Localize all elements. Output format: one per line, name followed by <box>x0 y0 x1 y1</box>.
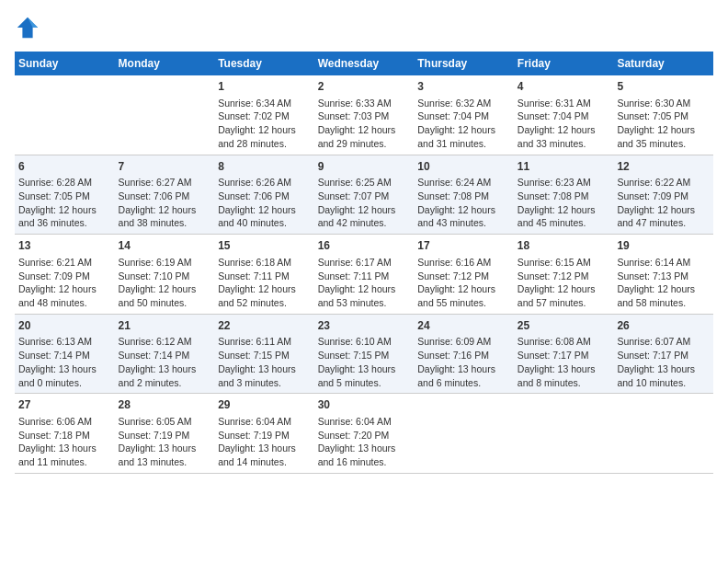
day-number: 15 <box>218 238 311 254</box>
day-number: 9 <box>318 159 411 175</box>
day-info: Sunrise: 6:17 AM Sunset: 7:11 PM Dayligh… <box>318 256 411 310</box>
calendar-day-cell: 17Sunrise: 6:16 AM Sunset: 7:12 PM Dayli… <box>414 235 514 315</box>
day-number: 3 <box>417 79 510 95</box>
calendar-day-cell: 29Sunrise: 6:04 AM Sunset: 7:19 PM Dayli… <box>214 394 314 474</box>
day-info: Sunrise: 6:14 AM Sunset: 7:13 PM Dayligh… <box>617 256 710 310</box>
calendar-day-cell: 27Sunrise: 6:06 AM Sunset: 7:18 PM Dayli… <box>15 394 115 474</box>
day-info: Sunrise: 6:28 AM Sunset: 7:05 PM Dayligh… <box>18 176 111 230</box>
day-number: 6 <box>18 159 111 175</box>
day-info: Sunrise: 6:22 AM Sunset: 7:09 PM Dayligh… <box>617 176 710 230</box>
calendar-day-cell: 9Sunrise: 6:25 AM Sunset: 7:07 PM Daylig… <box>314 155 415 235</box>
weekday-label: Saturday <box>613 52 713 75</box>
day-number: 16 <box>318 238 411 254</box>
day-number: 29 <box>218 397 311 413</box>
logo <box>15 15 44 40</box>
calendar-day-cell: 14Sunrise: 6:19 AM Sunset: 7:10 PM Dayli… <box>115 235 215 315</box>
day-number: 7 <box>119 159 211 175</box>
weekday-label: Sunday <box>15 52 115 75</box>
calendar-day-cell: 26Sunrise: 6:07 AM Sunset: 7:17 PM Dayli… <box>613 314 713 394</box>
day-number: 10 <box>417 159 510 175</box>
calendar-week-row: 20Sunrise: 6:13 AM Sunset: 7:14 PM Dayli… <box>15 314 713 394</box>
day-info: Sunrise: 6:04 AM Sunset: 7:19 PM Dayligh… <box>218 415 311 469</box>
day-number: 23 <box>318 318 411 334</box>
calendar-day-cell: 22Sunrise: 6:11 AM Sunset: 7:15 PM Dayli… <box>214 314 314 394</box>
calendar-day-cell: 4Sunrise: 6:31 AM Sunset: 7:04 PM Daylig… <box>514 75 614 155</box>
weekday-label: Monday <box>115 52 215 75</box>
day-info: Sunrise: 6:16 AM Sunset: 7:12 PM Dayligh… <box>417 256 510 310</box>
calendar-day-cell: 8Sunrise: 6:26 AM Sunset: 7:06 PM Daylig… <box>214 155 314 235</box>
day-number: 20 <box>18 318 111 334</box>
calendar-day-cell: 25Sunrise: 6:08 AM Sunset: 7:17 PM Dayli… <box>514 314 614 394</box>
day-info: Sunrise: 6:13 AM Sunset: 7:14 PM Dayligh… <box>18 335 111 389</box>
day-number: 8 <box>218 159 311 175</box>
day-number: 13 <box>18 238 111 254</box>
calendar-table: SundayMondayTuesdayWednesdayThursdayFrid… <box>15 52 713 474</box>
page-header <box>15 15 713 40</box>
calendar-day-cell: 3Sunrise: 6:32 AM Sunset: 7:04 PM Daylig… <box>414 75 514 155</box>
day-info: Sunrise: 6:10 AM Sunset: 7:15 PM Dayligh… <box>318 335 411 389</box>
day-info: Sunrise: 6:19 AM Sunset: 7:10 PM Dayligh… <box>119 256 211 310</box>
day-info: Sunrise: 6:08 AM Sunset: 7:17 PM Dayligh… <box>518 335 610 389</box>
day-number: 2 <box>318 79 411 95</box>
calendar-day-cell <box>613 394 713 474</box>
calendar-day-cell: 10Sunrise: 6:24 AM Sunset: 7:08 PM Dayli… <box>414 155 514 235</box>
calendar-day-cell: 21Sunrise: 6:12 AM Sunset: 7:14 PM Dayli… <box>115 314 215 394</box>
day-info: Sunrise: 6:18 AM Sunset: 7:11 PM Dayligh… <box>218 256 311 310</box>
weekday-label: Friday <box>514 52 614 75</box>
calendar-day-cell <box>115 75 215 155</box>
day-info: Sunrise: 6:05 AM Sunset: 7:19 PM Dayligh… <box>119 415 211 469</box>
day-info: Sunrise: 6:26 AM Sunset: 7:06 PM Dayligh… <box>218 176 311 230</box>
day-number: 21 <box>119 318 211 334</box>
day-info: Sunrise: 6:25 AM Sunset: 7:07 PM Dayligh… <box>318 176 411 230</box>
day-info: Sunrise: 6:27 AM Sunset: 7:06 PM Dayligh… <box>119 176 211 230</box>
day-info: Sunrise: 6:06 AM Sunset: 7:18 PM Dayligh… <box>18 415 111 469</box>
day-number: 28 <box>119 397 211 413</box>
calendar-day-cell <box>514 394 614 474</box>
calendar-week-row: 27Sunrise: 6:06 AM Sunset: 7:18 PM Dayli… <box>15 394 713 474</box>
day-info: Sunrise: 6:12 AM Sunset: 7:14 PM Dayligh… <box>119 335 211 389</box>
day-number: 24 <box>417 318 510 334</box>
calendar-day-cell: 16Sunrise: 6:17 AM Sunset: 7:11 PM Dayli… <box>314 235 415 315</box>
calendar-day-cell: 28Sunrise: 6:05 AM Sunset: 7:19 PM Dayli… <box>115 394 215 474</box>
day-info: Sunrise: 6:09 AM Sunset: 7:16 PM Dayligh… <box>417 335 510 389</box>
day-number: 25 <box>518 318 610 334</box>
day-number: 17 <box>417 238 510 254</box>
calendar-day-cell <box>15 75 115 155</box>
day-number: 19 <box>617 238 710 254</box>
day-number: 12 <box>617 159 710 175</box>
weekday-label: Tuesday <box>214 52 314 75</box>
calendar-day-cell: 18Sunrise: 6:15 AM Sunset: 7:12 PM Dayli… <box>514 235 614 315</box>
calendar-day-cell: 12Sunrise: 6:22 AM Sunset: 7:09 PM Dayli… <box>613 155 713 235</box>
logo-icon <box>15 15 40 40</box>
calendar-body: 1Sunrise: 6:34 AM Sunset: 7:02 PM Daylig… <box>15 75 713 473</box>
calendar-day-cell: 11Sunrise: 6:23 AM Sunset: 7:08 PM Dayli… <box>514 155 614 235</box>
calendar-day-cell: 5Sunrise: 6:30 AM Sunset: 7:05 PM Daylig… <box>613 75 713 155</box>
calendar-day-cell: 24Sunrise: 6:09 AM Sunset: 7:16 PM Dayli… <box>414 314 514 394</box>
weekday-label: Thursday <box>414 52 514 75</box>
day-info: Sunrise: 6:33 AM Sunset: 7:03 PM Dayligh… <box>318 97 411 151</box>
calendar-day-cell: 2Sunrise: 6:33 AM Sunset: 7:03 PM Daylig… <box>314 75 415 155</box>
day-info: Sunrise: 6:31 AM Sunset: 7:04 PM Dayligh… <box>518 97 610 151</box>
calendar-week-row: 13Sunrise: 6:21 AM Sunset: 7:09 PM Dayli… <box>15 235 713 315</box>
day-number: 27 <box>18 397 111 413</box>
calendar-week-row: 1Sunrise: 6:34 AM Sunset: 7:02 PM Daylig… <box>15 75 713 155</box>
day-number: 1 <box>218 79 311 95</box>
day-info: Sunrise: 6:07 AM Sunset: 7:17 PM Dayligh… <box>617 335 710 389</box>
calendar-day-cell: 20Sunrise: 6:13 AM Sunset: 7:14 PM Dayli… <box>15 314 115 394</box>
day-number: 30 <box>318 397 411 413</box>
calendar-day-cell: 7Sunrise: 6:27 AM Sunset: 7:06 PM Daylig… <box>115 155 215 235</box>
day-info: Sunrise: 6:24 AM Sunset: 7:08 PM Dayligh… <box>417 176 510 230</box>
calendar-header: SundayMondayTuesdayWednesdayThursdayFrid… <box>15 52 713 75</box>
day-info: Sunrise: 6:32 AM Sunset: 7:04 PM Dayligh… <box>417 97 510 151</box>
day-info: Sunrise: 6:21 AM Sunset: 7:09 PM Dayligh… <box>18 256 111 310</box>
day-number: 26 <box>617 318 710 334</box>
day-number: 18 <box>518 238 610 254</box>
day-info: Sunrise: 6:11 AM Sunset: 7:15 PM Dayligh… <box>218 335 311 389</box>
day-info: Sunrise: 6:15 AM Sunset: 7:12 PM Dayligh… <box>518 256 610 310</box>
day-info: Sunrise: 6:34 AM Sunset: 7:02 PM Dayligh… <box>218 97 311 151</box>
calendar-day-cell: 6Sunrise: 6:28 AM Sunset: 7:05 PM Daylig… <box>15 155 115 235</box>
calendar-day-cell: 23Sunrise: 6:10 AM Sunset: 7:15 PM Dayli… <box>314 314 415 394</box>
day-number: 11 <box>518 159 610 175</box>
day-info: Sunrise: 6:23 AM Sunset: 7:08 PM Dayligh… <box>518 176 610 230</box>
day-number: 14 <box>119 238 211 254</box>
